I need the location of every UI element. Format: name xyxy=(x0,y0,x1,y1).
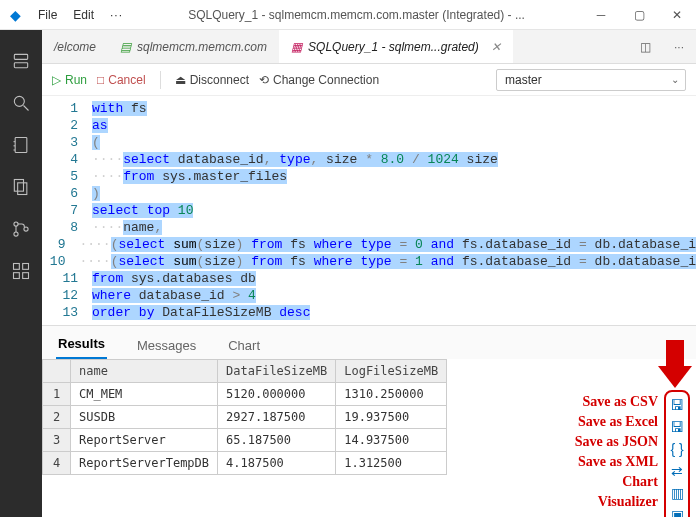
line-number: 9 xyxy=(42,237,79,252)
code-text: ····name, xyxy=(92,220,162,235)
disconnect-button[interactable]: ⏏Disconnect xyxy=(175,73,249,87)
visualizer-icon[interactable]: ▣ xyxy=(668,506,686,517)
code-line[interactable]: 9····(select sum(size) from fs where typ… xyxy=(42,236,696,253)
line-number: 11 xyxy=(42,271,92,286)
code-text: ····select database_id, type, size * 8.0… xyxy=(92,152,498,167)
cancel-button[interactable]: □Cancel xyxy=(97,73,146,87)
svg-rect-0 xyxy=(14,54,27,59)
code-line[interactable]: 12where database_id > 4 xyxy=(42,287,696,304)
code-text: ····(select sum(size) from fs where type… xyxy=(79,254,696,269)
tab-label: sqlmemcm.memcm.com xyxy=(137,40,267,54)
column-header[interactable]: LogFileSizeMB xyxy=(336,360,447,383)
save-excel-icon[interactable]: 🖫 xyxy=(668,418,686,436)
tab-connection[interactable]: ▤ sqlmemcm.memcm.com xyxy=(108,30,279,63)
export-icon-column: 🖫 🖫 { } ⇄ ▥ ▣ xyxy=(664,390,690,517)
table-row[interactable]: 2SUSDB2927.18750019.937500 xyxy=(43,406,447,429)
explorer-icon[interactable] xyxy=(0,166,42,208)
refresh-icon: ⟲ xyxy=(259,73,269,87)
servers-icon[interactable] xyxy=(0,40,42,82)
tab-messages[interactable]: Messages xyxy=(135,332,198,359)
close-button[interactable]: ✕ xyxy=(658,0,696,30)
column-header[interactable]: name xyxy=(71,360,218,383)
table-row[interactable]: 1CM_MEM5120.0000001310.250000 xyxy=(43,383,447,406)
cell[interactable]: SUSDB xyxy=(71,406,218,429)
cancel-label: Cancel xyxy=(108,73,145,87)
run-label: Run xyxy=(65,73,87,87)
save-csv-icon[interactable]: 🖫 xyxy=(668,396,686,414)
extensions-icon[interactable] xyxy=(0,250,42,292)
close-icon[interactable]: ✕ xyxy=(491,40,501,54)
change-connection-button[interactable]: ⟲Change Connection xyxy=(259,73,379,87)
code-text: as xyxy=(92,118,108,133)
table-row[interactable]: 4ReportServerTempDB4.1875001.312500 xyxy=(43,452,447,475)
minimize-button[interactable]: ─ xyxy=(582,0,620,30)
menu-more[interactable]: ··· xyxy=(102,8,131,22)
annotation-arrow xyxy=(658,340,692,388)
code-line[interactable]: 10····(select sum(size) from fs where ty… xyxy=(42,253,696,270)
code-line[interactable]: 5····from sys.master_files xyxy=(42,168,696,185)
search-icon[interactable] xyxy=(0,82,42,124)
results-grid: nameDataFileSizeMBLogFileSizeMB1CM_MEM51… xyxy=(42,359,447,475)
cell[interactable]: 1310.250000 xyxy=(336,383,447,406)
code-line[interactable]: 13order by DataFileSizeMB desc xyxy=(42,304,696,321)
code-line[interactable]: 1with fs xyxy=(42,100,696,117)
sql-editor[interactable]: 1with fs2as3(4····select database_id, ty… xyxy=(42,96,696,325)
cell[interactable]: ReportServerTempDB xyxy=(71,452,218,475)
database-select[interactable]: master ⌄ xyxy=(496,69,686,91)
code-line[interactable]: 8····name, xyxy=(42,219,696,236)
maximize-button[interactable]: ▢ xyxy=(620,0,658,30)
window-title: SQLQuery_1 - sqlmemcm.memcm.com.master (… xyxy=(131,8,582,22)
chart-icon[interactable]: ▥ xyxy=(668,484,686,502)
code-line[interactable]: 7select top 10 xyxy=(42,202,696,219)
cell[interactable]: CM_MEM xyxy=(71,383,218,406)
tab-chart[interactable]: Chart xyxy=(226,332,262,359)
activity-bar xyxy=(0,30,42,517)
code-line[interactable]: 2as xyxy=(42,117,696,134)
code-text: ( xyxy=(92,135,100,150)
save-xml-icon[interactable]: ⇄ xyxy=(668,462,686,480)
cell[interactable]: 5120.000000 xyxy=(218,383,336,406)
annotation-labels: Save as CSV Save as Excel Save as JSON S… xyxy=(575,392,658,512)
tab-results[interactable]: Results xyxy=(56,330,107,359)
split-editor-icon[interactable]: ◫ xyxy=(628,30,662,63)
table-row[interactable]: 3ReportServer65.18750014.937500 xyxy=(43,429,447,452)
separator xyxy=(160,71,161,89)
code-line[interactable]: 6) xyxy=(42,185,696,202)
menu-edit[interactable]: Edit xyxy=(65,8,102,22)
chevron-down-icon: ⌄ xyxy=(671,74,679,85)
save-json-icon[interactable]: { } xyxy=(668,440,686,458)
svg-rect-16 xyxy=(23,273,29,279)
source-control-icon[interactable] xyxy=(0,208,42,250)
line-number: 12 xyxy=(42,288,92,303)
run-button[interactable]: ▷Run xyxy=(52,73,87,87)
menu-file[interactable]: File xyxy=(30,8,65,22)
svg-rect-9 xyxy=(18,183,27,195)
code-text: where database_id > 4 xyxy=(92,288,256,303)
cell[interactable]: ReportServer xyxy=(71,429,218,452)
column-header[interactable]: DataFileSizeMB xyxy=(218,360,336,383)
row-number: 1 xyxy=(43,383,71,406)
query-toolbar: ▷Run □Cancel ⏏Disconnect ⟲Change Connect… xyxy=(42,64,696,96)
code-text: ) xyxy=(92,186,100,201)
line-number: 1 xyxy=(42,101,92,116)
cell[interactable]: 14.937500 xyxy=(336,429,447,452)
cell[interactable]: 19.937500 xyxy=(336,406,447,429)
line-number: 2 xyxy=(42,118,92,133)
line-number: 6 xyxy=(42,186,92,201)
rownum-header xyxy=(43,360,71,383)
cell[interactable]: 65.187500 xyxy=(218,429,336,452)
code-line[interactable]: 11from sys.databases db xyxy=(42,270,696,287)
stop-icon: □ xyxy=(97,73,104,87)
tab-query[interactable]: ▦ SQLQuery_1 - sqlmem...grated) ✕ xyxy=(279,30,513,63)
cell[interactable]: 2927.187500 xyxy=(218,406,336,429)
notebook-icon[interactable] xyxy=(0,124,42,166)
tab-welcome[interactable]: /elcome xyxy=(42,30,108,63)
code-line[interactable]: 3( xyxy=(42,134,696,151)
code-text: select top 10 xyxy=(92,203,193,218)
code-text: ····(select sum(size) from fs where type… xyxy=(79,237,696,252)
more-actions-icon[interactable]: ··· xyxy=(662,30,696,63)
cell[interactable]: 4.187500 xyxy=(218,452,336,475)
code-line[interactable]: 4····select database_id, type, size * 8.… xyxy=(42,151,696,168)
cell[interactable]: 1.312500 xyxy=(336,452,447,475)
tab-label: /elcome xyxy=(54,40,96,54)
